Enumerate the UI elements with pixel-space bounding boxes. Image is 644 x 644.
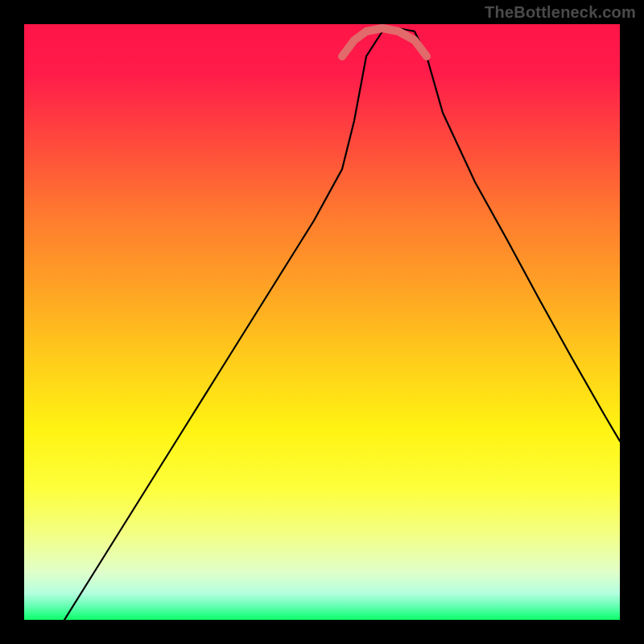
bottleneck-curve — [64, 28, 620, 620]
watermark-text: TheBottleneck.com — [485, 3, 636, 22]
chart-frame: TheBottleneck.com — [0, 0, 644, 644]
plot-area — [24, 24, 620, 620]
highlight-segment — [342, 28, 427, 56]
curve-svg — [24, 24, 620, 620]
